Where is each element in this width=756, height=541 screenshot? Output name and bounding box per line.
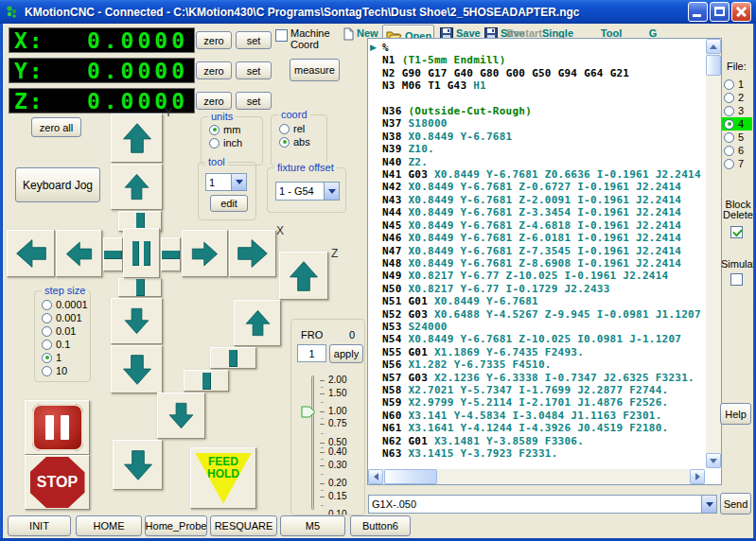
action-button-init[interactable]: INIT (8, 515, 71, 536)
coord-radio-icon[interactable] (279, 137, 290, 148)
jog-y-plus-fast-button[interactable] (111, 113, 163, 163)
file-radio-icon[interactable] (724, 79, 734, 90)
step-size-option-0-001[interactable]: 0.001 (40, 311, 90, 324)
jog-x-plus-step-button[interactable] (161, 237, 181, 271)
machine-coord-checkbox[interactable] (275, 29, 288, 42)
fro-slider[interactable]: 2.001.501.000.750.500.400.300.200.150.10 (295, 372, 363, 515)
jog-y-minus-fast-button[interactable] (111, 345, 163, 393)
tool-select-dropdown-icon[interactable] (231, 174, 246, 190)
fixture-offset-select[interactable]: 1 - G54 (275, 182, 340, 201)
file-radio-icon[interactable] (724, 93, 734, 103)
scroll-right-icon[interactable] (690, 469, 705, 484)
gcode-text[interactable]: %N1 (T1-5mm Endmill)N2 G90 G17 G40 G80 G… (368, 39, 705, 468)
jog-y-minus-slow-button[interactable] (111, 298, 163, 344)
step-size-option-0-0001[interactable]: 0.0001 (40, 298, 90, 311)
file-radio-icon[interactable] (724, 119, 734, 130)
zero-x-button[interactable]: zero (196, 31, 232, 49)
jog-z-minus-step-button[interactable] (184, 370, 229, 392)
mdi-command-combo[interactable] (368, 495, 717, 514)
jog-z-minus-slow-button[interactable] (157, 393, 205, 439)
scroll-down-icon[interactable] (706, 453, 721, 468)
step-size-radio-icon[interactable] (42, 353, 52, 363)
file-radio-icon[interactable] (724, 146, 734, 156)
set-z-button[interactable]: set (236, 92, 272, 110)
maximize-button[interactable] (710, 2, 730, 22)
mdi-dropdown-icon[interactable] (701, 496, 716, 513)
step-size-option-10[interactable]: 10 (40, 364, 90, 377)
file-option-6[interactable]: 6 (722, 144, 752, 157)
fro-input[interactable] (297, 344, 326, 362)
zero-z-button[interactable]: zero (196, 92, 232, 110)
zero-all-button[interactable]: zero all (31, 117, 81, 137)
jog-x-plus-fast-button[interactable] (229, 230, 276, 277)
jog-z-minus-fast-button[interactable] (113, 440, 163, 490)
jog-x-plus-slow-button[interactable] (182, 230, 228, 277)
jog-z-plus-slow-button[interactable] (234, 300, 281, 346)
close-button[interactable] (731, 2, 751, 22)
zero-y-button[interactable]: zero (196, 61, 232, 79)
jog-z-plus-fast-button[interactable] (279, 252, 328, 300)
jog-pause-button[interactable] (123, 228, 160, 278)
file-radio-icon[interactable] (724, 132, 734, 143)
editor-vertical-scrollbar[interactable] (706, 39, 721, 468)
jog-x-minus-fast-button[interactable] (7, 230, 55, 277)
file-option-4[interactable]: 4 (722, 117, 752, 131)
vertical-scroll-thumb[interactable] (706, 55, 721, 76)
jog-z-plus-step-button[interactable] (210, 347, 256, 369)
jog-x-minus-step-button[interactable] (103, 237, 123, 271)
units-radio-icon[interactable] (209, 125, 220, 135)
step-size-radio-icon[interactable] (42, 340, 52, 350)
file-radio-icon[interactable] (724, 159, 734, 169)
action-button-home[interactable]: HOME (76, 515, 142, 536)
step-size-radio-icon[interactable] (42, 366, 52, 376)
step-size-option-0-01[interactable]: 0.01 (40, 324, 90, 338)
tool-select[interactable]: 1 (205, 173, 247, 191)
set-y-button[interactable]: set (236, 61, 272, 79)
mdi-command-input[interactable] (369, 498, 701, 510)
step-size-option-1[interactable]: 1 (40, 351, 90, 364)
horizontal-scroll-thumb[interactable] (384, 469, 437, 484)
file-option-7[interactable]: 7 (722, 157, 752, 170)
file-option-5[interactable]: 5 (722, 131, 752, 144)
action-button-home-probe[interactable]: Home_Probe (145, 515, 207, 536)
block-delete-checkbox[interactable] (730, 226, 743, 238)
units-radio-icon[interactable] (209, 138, 220, 148)
simulate-checkbox[interactable] (730, 273, 743, 286)
send-button[interactable]: Send (720, 493, 751, 515)
units-option-mm[interactable]: mm (207, 123, 262, 136)
coord-radio-icon[interactable] (279, 124, 290, 134)
pause-run-button[interactable] (25, 400, 90, 455)
set-x-button[interactable]: set (236, 31, 272, 49)
help-button[interactable]: Help (720, 403, 751, 425)
step-size-radio-icon[interactable] (42, 326, 52, 337)
measure-button[interactable]: measure (290, 59, 340, 81)
action-button-m5[interactable]: M5 (280, 515, 345, 536)
fro-slider-track[interactable] (311, 375, 314, 510)
scroll-up-icon[interactable] (706, 39, 721, 54)
gcode-editor[interactable]: ▶ %N1 (T1-5mm Endmill)N2 G90 G17 G40 G80… (367, 38, 722, 485)
action-button-resquare[interactable]: RESQUARE (210, 515, 277, 536)
file-option-3[interactable]: 3 (722, 104, 752, 117)
minimize-button[interactable] (688, 2, 708, 22)
units-option-inch[interactable]: inch (207, 136, 262, 149)
editor-horizontal-scrollbar[interactable] (368, 469, 705, 484)
jog-x-minus-slow-button[interactable] (56, 230, 102, 277)
jog-y-plus-slow-button[interactable] (111, 164, 163, 210)
tool-edit-button[interactable]: edit (210, 195, 248, 212)
fro-apply-button[interactable]: apply (329, 344, 363, 363)
coord-option-abs[interactable]: abs (277, 135, 326, 148)
file-radio-icon[interactable] (724, 106, 734, 116)
step-size-radio-icon[interactable] (42, 313, 52, 323)
jog-y-minus-step-button[interactable] (118, 278, 162, 297)
step-size-option-0-1[interactable]: 0.1 (40, 338, 90, 351)
feed-hold-button[interactable]: FEED HOLD (190, 447, 256, 509)
step-size-radio-icon[interactable] (42, 300, 52, 310)
file-option-2[interactable]: 2 (722, 91, 752, 104)
action-button-button6[interactable]: Button6 (350, 515, 411, 536)
scroll-left-icon[interactable] (368, 469, 383, 484)
fixture-offset-dropdown-icon[interactable] (324, 183, 339, 200)
fro-slider-thumb[interactable] (301, 406, 317, 420)
file-option-1[interactable]: 1 (722, 78, 752, 91)
keyboard-jog-button[interactable]: Keyboard Jog (15, 167, 100, 202)
coord-option-rel[interactable]: rel (277, 122, 326, 135)
